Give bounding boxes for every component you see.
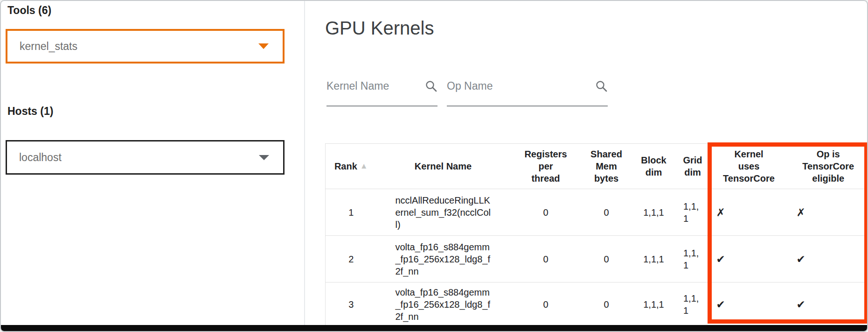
kernel-uses-tensorcore-cell: ✗ [709, 189, 789, 236]
col-kernel-name-header[interactable]: Kernel Name [377, 144, 510, 189]
op-tensorcore-eligible-cell: ✔ [789, 283, 868, 327]
shared-mem-cell: 0 [582, 189, 631, 236]
chevron-down-icon [259, 155, 269, 160]
registers-cell: 0 [510, 283, 582, 327]
registers-cell: 0 [510, 189, 582, 236]
kernel-name-cell: volta_fp16_s884gemm_fp16_256x128_ldg8_f2… [377, 283, 510, 327]
op-tensorcore-eligible-cell: ✔ [789, 236, 868, 283]
table-row: 3 volta_fp16_s884gemm_fp16_256x128_ldg8_… [326, 283, 868, 327]
tools-dropdown-value: kernel_stats [20, 40, 77, 53]
chevron-down-icon [258, 43, 269, 49]
table-row: 2 volta_fp16_s884gemm_fp16_256x128_ldg8_… [326, 236, 868, 283]
rank-cell: 2 [326, 236, 377, 283]
col-shared-mem-header[interactable]: Shared Mem bytes [582, 144, 631, 189]
op-tensorcore-eligible-cell: ✗ [789, 189, 868, 236]
hosts-dropdown[interactable]: localhost [6, 140, 285, 175]
op-name-search-input[interactable] [447, 80, 591, 92]
kernel-name-cell: volta_fp16_s884gemm_fp16_256x128_ldg8_f2… [377, 236, 510, 283]
tools-dropdown[interactable]: kernel_stats [6, 29, 285, 64]
col-op-tensorcore-eligible-header[interactable]: Op is TensorCore eligible [789, 144, 868, 189]
registers-cell: 0 [510, 236, 582, 283]
col-block-dim-header[interactable]: Block dim [631, 144, 677, 189]
block-dim-cell: 1,1,1 [631, 236, 677, 283]
table-row: 1 ncclAllReduceRingLLKernel_sum_f32(nccl… [326, 189, 868, 236]
col-rank-header[interactable]: Rank▲ [326, 144, 377, 189]
kernel-uses-tensorcore-cell: ✔ [709, 283, 789, 327]
shared-mem-cell: 0 [582, 283, 631, 327]
hosts-dropdown-value: localhost [19, 151, 62, 164]
sort-ascending-icon: ▲ [357, 162, 368, 170]
rank-cell: 1 [326, 189, 377, 236]
col-grid-dim-header[interactable]: Grid dim [677, 144, 709, 189]
block-dim-cell: 1,1,1 [631, 189, 677, 236]
kernel-name-search-input[interactable] [326, 80, 421, 92]
block-dim-cell: 1,1,1 [631, 283, 677, 327]
grid-dim-cell: 1,1,1 [677, 283, 709, 327]
col-kernel-uses-tensorcore-header[interactable]: Kernel uses TensorCore [709, 144, 789, 189]
page-title: GPU Kernels [325, 18, 434, 39]
kernel-name-cell: ncclAllReduceRingLLKernel_sum_f32(ncclCo… [377, 189, 510, 236]
sidebar-divider [304, 1, 305, 331]
table-header-row: Rank▲ Kernel Name Registers per thread S… [326, 144, 868, 189]
profiler-kernel-stats-page: Tools (6) kernel_stats Hosts (1) localho… [0, 0, 868, 332]
gpu-kernels-table: Rank▲ Kernel Name Registers per thread S… [325, 143, 868, 327]
op-name-filter [447, 66, 608, 106]
grid-dim-cell: 1,1,1 [677, 189, 709, 236]
search-icon [425, 80, 437, 92]
tools-label: Tools (6) [7, 4, 51, 17]
bottom-bar [1, 325, 867, 331]
hosts-label: Hosts (1) [7, 105, 53, 118]
rank-cell: 3 [326, 283, 377, 327]
kernel-uses-tensorcore-cell: ✔ [709, 236, 789, 283]
grid-dim-cell: 1,1,1 [677, 236, 709, 283]
shared-mem-cell: 0 [582, 236, 631, 283]
col-registers-header[interactable]: Registers per thread [510, 144, 582, 189]
kernel-name-filter [326, 66, 437, 106]
search-icon [595, 80, 608, 92]
